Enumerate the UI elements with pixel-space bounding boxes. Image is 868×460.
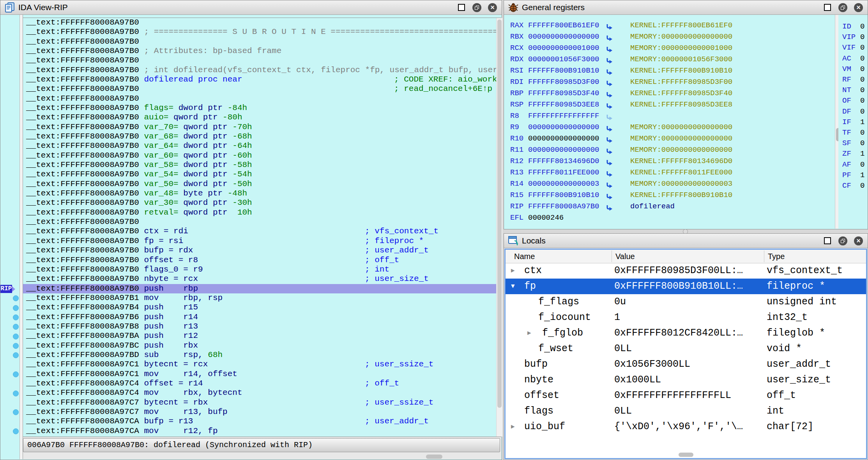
local-variable-row[interactable]: ▼fp0xFFFFFF800B910B10LL:…fileproc * xyxy=(506,279,866,294)
disasm-line[interactable]: __text:FFFFFF80008A97B0 var_68= dword pt… xyxy=(23,132,496,141)
flag-value[interactable]: 0 xyxy=(860,128,864,137)
disasm-line[interactable]: __text:FFFFFF80008A97B0 var_64= dword pt… xyxy=(23,141,496,151)
register-row[interactable]: RSIFFFFFF800B910B10KERNEL:FFFFFF800B910B… xyxy=(504,65,868,76)
register-target[interactable]: MEMORY:0000000000000000 xyxy=(630,31,732,43)
cpu-flag-row[interactable]: CF0 xyxy=(842,181,864,191)
register-target[interactable]: MEMORY:0000000000000003 xyxy=(630,178,732,190)
close-icon[interactable]: ✕ xyxy=(854,236,863,245)
register-value[interactable]: FFFFFF80985D3F40 xyxy=(528,88,599,99)
register-value[interactable]: 00000001056F3000 xyxy=(528,54,599,65)
register-row[interactable]: R12FFFFFF80134696D0KERNEL:FFFFFF80134696… xyxy=(504,156,868,167)
register-row[interactable]: RIPFFFFFF80008A97B0dofileread xyxy=(504,201,868,212)
flag-value[interactable]: 0 xyxy=(860,96,864,105)
local-value[interactable]: 0u xyxy=(614,294,626,310)
column-header-value[interactable]: Value xyxy=(615,250,635,263)
local-value[interactable]: 0x1056F3000LL xyxy=(614,357,690,372)
register-value[interactable]: FFFFFF8011FEE000 xyxy=(528,167,599,178)
register-target[interactable]: KERNEL:FFFFFF800B910B10 xyxy=(630,65,732,76)
local-variable-row[interactable]: f_flags0uunsigned int xyxy=(506,294,866,310)
disasm-line[interactable]: __text:FFFFFF80008A97B0 var_60= qword pt… xyxy=(23,151,496,160)
local-variable-row[interactable]: ▶uio_buf{'\xD0','\x96','F','\…char[72] xyxy=(506,419,866,435)
disasm-line[interactable]: __text:FFFFFF80008A97C7 bytecnt = rbx; u… xyxy=(23,398,496,407)
flag-value[interactable]: 0 xyxy=(860,22,864,31)
register-row[interactable]: R13FFFFFF8011FEE000KERNEL:FFFFFF8011FEE0… xyxy=(504,167,868,178)
disasm-line[interactable]: __text:FFFFFF80008A97B0 xyxy=(23,94,496,103)
register-target[interactable]: dofileread xyxy=(630,201,675,212)
register-row[interactable]: R140000000000000003MEMORY:00000000000000… xyxy=(504,178,868,190)
disasm-line[interactable]: __text:FFFFFF80008A97BD sub rsp, 68h xyxy=(23,350,496,360)
cpu-flag-row[interactable]: ID0 xyxy=(842,21,864,32)
local-variable-row[interactable]: f_iocount1int32_t xyxy=(506,310,866,325)
register-value[interactable]: FFFFFFFFFFFFFFFF xyxy=(528,110,599,122)
local-variable-row[interactable]: flags0LLint xyxy=(506,403,866,419)
cpu-flag-row[interactable]: VIF0 xyxy=(842,43,864,53)
flag-value[interactable]: 0 xyxy=(860,107,864,116)
disasm-line[interactable]: __text:FFFFFF80008A97B0 push rbp xyxy=(23,284,496,293)
register-target[interactable]: MEMORY:0000000000000000 xyxy=(630,133,732,144)
cpu-flag-row[interactable]: AC0 xyxy=(842,53,864,64)
disasm-line[interactable]: __text:FFFFFF80008A97B0 flags= dword ptr… xyxy=(23,103,496,113)
disasm-line[interactable]: __text:FFFFFF80008A97B0 var_48= byte ptr… xyxy=(23,189,496,198)
local-value[interactable]: 0LL xyxy=(614,403,632,419)
listing-vertical-scroll-thumb[interactable] xyxy=(497,20,502,408)
register-value[interactable]: 0000000000000000 xyxy=(528,133,599,144)
flag-value[interactable]: 0 xyxy=(860,160,864,169)
disasm-line[interactable]: __text:FFFFFF80008A97B0 auio= qword ptr … xyxy=(23,113,496,122)
local-value[interactable]: {'\xD0','\x96','F','\… xyxy=(614,419,743,435)
register-target[interactable]: KERNEL:FFFFFF800EB61EF0 xyxy=(630,20,732,31)
disasm-line[interactable]: __text:FFFFFF80008A97B8 push r13 xyxy=(23,322,496,331)
flag-value[interactable]: 1 xyxy=(860,118,864,126)
register-value[interactable]: FFFFFF80985D3F00 xyxy=(528,76,599,88)
disasm-line[interactable]: __text:FFFFFF80008A97B0 bufp = rdx; user… xyxy=(23,246,496,255)
register-row[interactable]: RSPFFFFFF80985D3EE8KERNEL:FFFFFF80985D3E… xyxy=(504,99,868,110)
collapse-icon[interactable]: ▼ xyxy=(511,279,515,294)
maximize-icon[interactable] xyxy=(458,4,465,11)
flag-value[interactable]: 0 xyxy=(860,33,864,41)
local-variable-row[interactable]: nbyte0x1000LLuser_size_t xyxy=(506,372,866,388)
disasm-line[interactable]: __text:FFFFFF80008A97C1 mov r14, offset xyxy=(23,369,496,379)
flag-value[interactable]: 1 xyxy=(860,171,864,179)
disasm-line[interactable]: __text:FFFFFF80008A97B0 var_70= qword pt… xyxy=(23,123,496,132)
disasm-line[interactable]: __text:FFFFFF80008A97B0 xyxy=(23,56,496,65)
register-target[interactable]: KERNEL:FFFFFF80134696D0 xyxy=(630,156,732,167)
disasm-line[interactable]: __text:FFFFFF80008A97B0 var_54= dword pt… xyxy=(23,170,496,179)
register-row[interactable]: R15FFFFFF800B910B10KERNEL:FFFFFF800B910B… xyxy=(504,190,868,201)
disasm-line[interactable]: __text:FFFFFF80008A97B0 nbyte = rcx; use… xyxy=(23,274,496,284)
disasm-line[interactable]: __text:FFFFFF80008A97B0 ; int dofileread… xyxy=(23,66,496,75)
disasm-line[interactable]: __text:FFFFFF80008A97B0 var_50= dword pt… xyxy=(23,179,496,189)
float-window-icon[interactable] xyxy=(838,3,847,12)
local-variable-row[interactable]: ▶f_fglob0xFFFFFF8012CF8420LL:…fileglob * xyxy=(506,325,866,341)
expand-icon[interactable]: ▶ xyxy=(511,263,515,279)
disasm-line[interactable]: __text:FFFFFF80008A97B0 dofileread proc … xyxy=(23,75,496,84)
disasm-line[interactable]: __text:FFFFFF80008A97B1 mov rbp, rsp xyxy=(23,293,496,303)
register-row[interactable]: RDX00000001056F3000MEMORY:00000001056F30… xyxy=(504,54,868,65)
register-value[interactable]: 00000246 xyxy=(528,212,564,224)
disasm-line[interactable]: __text:FFFFFF80008A97B0 ctx = rdi; vfs_c… xyxy=(23,227,496,236)
flag-value[interactable]: 0 xyxy=(860,86,864,94)
register-target[interactable]: MEMORY:0000000000001000 xyxy=(630,43,732,54)
disasm-line[interactable]: __text:FFFFFF80008A97B0 ; ==============… xyxy=(23,27,496,37)
close-icon[interactable]: ✕ xyxy=(854,3,863,12)
ida-view-titlebar[interactable]: IDA View-RIP ✕ xyxy=(0,0,502,15)
disasm-line[interactable]: __text:FFFFFF80008A97B0 xyxy=(23,217,496,227)
disasm-line[interactable]: __text:FFFFFF80008A97B0 fp = rsi; filepr… xyxy=(23,236,496,246)
disasm-line[interactable]: __text:FFFFFF80008A97B4 push r15 xyxy=(23,303,496,312)
disasm-line[interactable]: __text:FFFFFF80008A97BC push rbx xyxy=(23,341,496,350)
column-divider[interactable] xyxy=(764,250,764,262)
disasm-line[interactable]: __text:FFFFFF80008A97B0 ; Attributes: bp… xyxy=(23,46,496,56)
local-value[interactable]: 0xFFFFFF800B910B10LL:… xyxy=(614,279,743,294)
disasm-line[interactable]: __text:FFFFFF80008A97C4 offset = r14; of… xyxy=(23,379,496,388)
disasm-line[interactable]: __text:FFFFFF80008A97C7 mov r13, bufp xyxy=(23,407,496,417)
close-icon[interactable]: ✕ xyxy=(488,3,497,12)
local-value[interactable]: 0LL xyxy=(614,341,632,357)
disasm-line[interactable]: __text:FFFFFF80008A97B0 xyxy=(23,18,496,27)
expand-icon[interactable]: ▶ xyxy=(527,325,531,341)
register-row[interactable]: RDIFFFFFF80985D3F00KERNEL:FFFFFF80985D3F… xyxy=(504,76,868,88)
disasm-line[interactable]: __text:FFFFFF80008A97B0 var_58= dword pt… xyxy=(23,160,496,170)
flag-value[interactable]: 0 xyxy=(860,43,864,52)
flag-value[interactable]: 0 xyxy=(860,54,864,63)
disasm-line[interactable]: __text:FFFFFF80008A97CA bufp = r13; user… xyxy=(23,417,496,426)
register-value[interactable]: 0000000000000000 xyxy=(528,144,599,156)
float-window-icon[interactable] xyxy=(838,236,847,245)
register-target[interactable]: KERNEL:FFFFFF800B910B10 xyxy=(630,190,732,201)
